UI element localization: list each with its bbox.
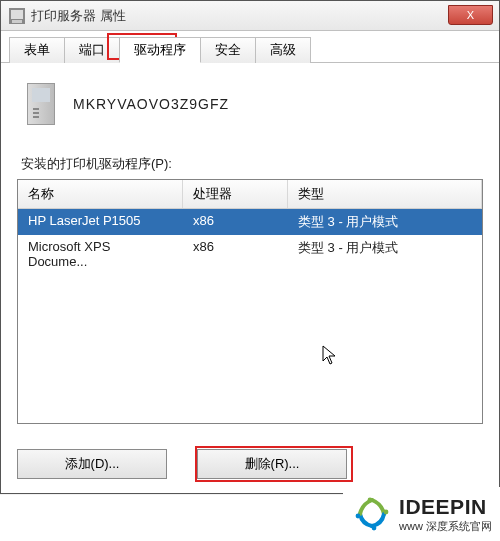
installed-drivers-label: 安装的打印机驱动程序(P): bbox=[17, 155, 483, 173]
tab-advanced[interactable]: 高级 bbox=[255, 37, 311, 63]
driver-list-header: 名称 处理器 类型 bbox=[18, 180, 482, 209]
server-tower-icon bbox=[27, 83, 55, 125]
watermark-text: IDEEPIN www 深度系统官网 bbox=[399, 495, 492, 534]
svg-point-2 bbox=[356, 514, 361, 519]
watermark-logo-icon bbox=[351, 493, 393, 535]
driver-processor: x86 bbox=[183, 235, 288, 273]
column-header-name[interactable]: 名称 bbox=[18, 180, 183, 208]
titlebar: 打印服务器 属性 X bbox=[1, 1, 499, 31]
tab-security[interactable]: 安全 bbox=[200, 37, 256, 63]
server-info-row: MKRYVAOVO3Z9GFZ bbox=[17, 83, 483, 125]
tab-strip: 表单 端口 驱动程序 安全 高级 bbox=[1, 31, 499, 63]
close-button[interactable]: X bbox=[448, 5, 493, 25]
svg-point-3 bbox=[368, 498, 373, 503]
driver-processor: x86 bbox=[183, 209, 288, 235]
tab-label: 端口 bbox=[79, 42, 105, 57]
tab-label: 表单 bbox=[24, 42, 50, 57]
button-row: 添加(D)... 删除(R)... bbox=[17, 449, 483, 479]
dialog-window: 打印服务器 属性 X 表单 端口 驱动程序 安全 高级 MKRYVAOVO3Z9… bbox=[0, 0, 500, 494]
tab-label: 高级 bbox=[270, 42, 296, 57]
driver-name: HP LaserJet P1505 bbox=[18, 209, 183, 235]
add-button[interactable]: 添加(D)... bbox=[17, 449, 167, 479]
dialog-title: 打印服务器 属性 bbox=[31, 7, 126, 25]
svg-point-1 bbox=[372, 526, 377, 531]
driver-row[interactable]: Microsoft XPS Docume... x86 类型 3 - 用户模式 bbox=[18, 235, 482, 273]
driver-type: 类型 3 - 用户模式 bbox=[288, 209, 482, 235]
tab-forms[interactable]: 表单 bbox=[9, 37, 65, 63]
watermark: IDEEPIN www 深度系统官网 bbox=[343, 487, 500, 541]
watermark-sub: www 深度系统官网 bbox=[399, 519, 492, 534]
watermark-brand: IDEEPIN bbox=[399, 495, 492, 519]
column-header-type[interactable]: 类型 bbox=[288, 180, 482, 208]
server-name: MKRYVAOVO3Z9GFZ bbox=[73, 96, 229, 112]
tab-ports[interactable]: 端口 bbox=[64, 37, 120, 63]
svg-point-0 bbox=[384, 510, 389, 515]
tab-content: MKRYVAOVO3Z9GFZ 安装的打印机驱动程序(P): 名称 处理器 类型… bbox=[1, 63, 499, 493]
driver-row[interactable]: HP LaserJet P1505 x86 类型 3 - 用户模式 bbox=[18, 209, 482, 235]
tab-label: 驱动程序 bbox=[134, 42, 186, 57]
remove-button[interactable]: 删除(R)... bbox=[197, 449, 347, 479]
tab-drivers[interactable]: 驱动程序 bbox=[119, 37, 201, 63]
tab-label: 安全 bbox=[215, 42, 241, 57]
column-header-processor[interactable]: 处理器 bbox=[183, 180, 288, 208]
driver-name: Microsoft XPS Docume... bbox=[18, 235, 183, 273]
driver-list[interactable]: 名称 处理器 类型 HP LaserJet P1505 x86 类型 3 - 用… bbox=[17, 179, 483, 424]
printer-icon bbox=[9, 8, 25, 24]
driver-type: 类型 3 - 用户模式 bbox=[288, 235, 482, 273]
